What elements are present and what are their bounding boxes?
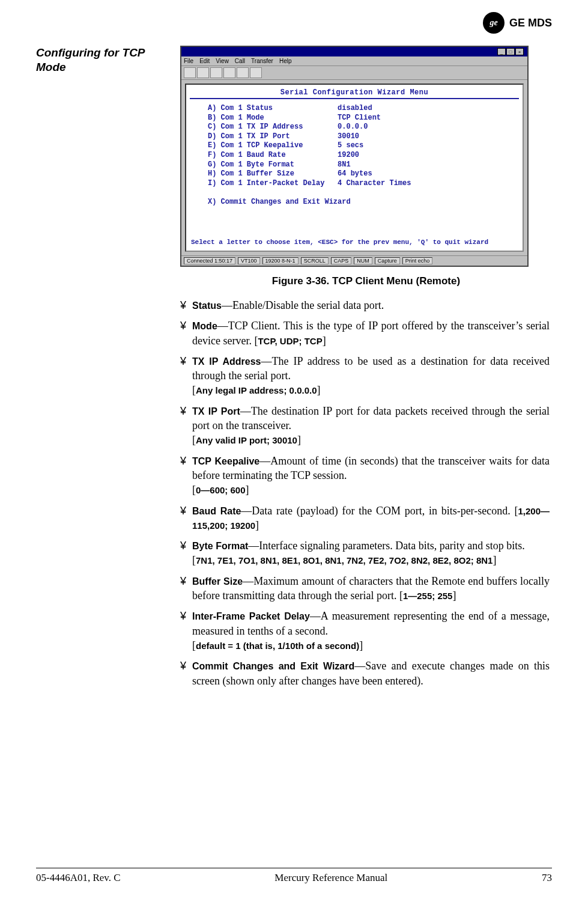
page: ge GE MDS Configuring for TCP Mode _ □ × <box>0 0 588 902</box>
status-cell: Print echo <box>402 257 433 264</box>
parameter-range: 7N1, 7E1, 7O1, 8N1, 8E1, 8O1, 8N1, 7N2, … <box>196 555 493 565</box>
status-cell: Capture <box>375 257 400 264</box>
bullet-marker: ¥ <box>180 609 186 623</box>
bullet-marker: ¥ <box>180 504 186 518</box>
status-cell: VT100 <box>238 257 260 264</box>
list-item: ¥Buffer Size—Maximum amount of character… <box>180 574 550 603</box>
section-heading: Configuring for TCP Mode <box>36 46 168 694</box>
parameter-name: Baud Rate <box>192 506 241 516</box>
parameter-range: 0—600; 600 <box>196 485 246 495</box>
list-item: ¥Byte Format—Interface signaling paramet… <box>180 538 550 568</box>
window-statusbar: Connected 1:50:17 VT100 19200 8-N-1 SCRO… <box>181 255 527 266</box>
parameter-name: TX IP Port <box>192 406 240 416</box>
terminal-window: _ □ × File Edit View Call Transfer Help <box>180 46 529 267</box>
close-icon[interactable]: × <box>515 48 524 55</box>
status-cell: Connected 1:50:17 <box>184 257 235 264</box>
bullet-marker: ¥ <box>180 354 186 368</box>
window-toolbar <box>181 66 527 80</box>
page-footer: 05-4446A01, Rev. C Mercury Reference Man… <box>36 868 552 884</box>
logo-text: GE MDS <box>509 17 552 29</box>
parameter-name: Mode <box>192 321 217 331</box>
list-item: ¥TX IP Port—The destination IP port for … <box>180 404 550 448</box>
list-item: ¥Baud Rate—Data rate (payload) for the C… <box>180 504 550 533</box>
parameter-name: Status <box>192 300 222 311</box>
bullet-marker: ¥ <box>180 298 186 312</box>
figure-caption: Figure 3-36. TCP Client Menu (Remote) <box>180 275 552 287</box>
status-cell: NUM <box>354 257 372 264</box>
bullet-marker: ¥ <box>180 404 186 418</box>
ge-monogram-icon: ge <box>483 12 505 34</box>
logo: ge GE MDS <box>483 12 552 34</box>
toolbar-button[interactable] <box>250 67 262 78</box>
parameter-description: —Interface signaling parameters. Data bi… <box>248 540 524 552</box>
page-header: ge GE MDS <box>36 12 552 34</box>
list-item: ¥Commit Changes and Exit Wizard—Save and… <box>180 659 550 688</box>
footer-manual-title: Mercury Reference Manual <box>274 872 387 884</box>
footer-docid: 05-4446A01, Rev. C <box>36 872 121 884</box>
parameter-list: ¥Status—Enable/Disable the serial data p… <box>180 298 552 688</box>
parameter-description: —The destination IP port for data packet… <box>192 405 550 431</box>
bullet-marker: ¥ <box>180 454 186 468</box>
parameter-description: —Enable/Disable the serial data port. <box>222 299 384 311</box>
menu-transfer[interactable]: Transfer <box>251 58 273 64</box>
parameter-name: TX IP Address <box>192 356 261 367</box>
menu-file[interactable]: File <box>184 58 193 64</box>
list-item: ¥TCP Keepalive—Amount of time (in second… <box>180 454 550 498</box>
toolbar-button[interactable] <box>210 67 222 78</box>
footer-page-number: 73 <box>542 872 552 884</box>
terminal-footer-hint: Select a letter to choose item, <ESC> fo… <box>191 239 518 246</box>
toolbar-button[interactable] <box>184 67 196 78</box>
parameter-name: Inter-Frame Packet Delay <box>192 611 310 621</box>
maximize-icon[interactable]: □ <box>506 48 515 55</box>
toolbar-button[interactable] <box>237 67 249 78</box>
terminal-menu-title: Serial Configuration Wizard Menu <box>190 88 519 97</box>
parameter-name: Buffer Size <box>192 576 243 587</box>
main-column: _ □ × File Edit View Call Transfer Help <box>180 46 552 694</box>
menu-edit[interactable]: Edit <box>199 58 210 64</box>
terminal-screen: Serial Configuration Wizard Menu A) Com … <box>185 84 524 252</box>
bullet-marker: ¥ <box>180 659 186 673</box>
menu-help[interactable]: Help <box>279 58 292 64</box>
list-item: ¥Inter-Frame Packet Delay—A measurement … <box>180 609 550 653</box>
list-item: ¥Status—Enable/Disable the serial data p… <box>180 298 550 312</box>
parameter-range: Any legal IP address; 0.0.0.0 <box>196 385 317 395</box>
parameter-range: TCP, UDP; TCP <box>258 336 322 346</box>
toolbar-button[interactable] <box>223 67 235 78</box>
parameter-range: 1—255; 255 <box>403 591 453 601</box>
menu-call[interactable]: Call <box>235 58 245 64</box>
minimize-icon[interactable]: _ <box>497 48 506 55</box>
window-menubar: File Edit View Call Transfer Help <box>181 56 527 66</box>
bullet-marker: ¥ <box>180 538 186 553</box>
bullet-marker: ¥ <box>180 574 186 588</box>
list-item: ¥TX IP Address—The IP address to be used… <box>180 354 550 398</box>
terminal-menu-list: A) Com 1 Status disabled B) Com 1 Mode T… <box>208 104 519 207</box>
bullet-marker: ¥ <box>180 318 186 333</box>
parameter-description: —Maximum amount of characters that the R… <box>192 575 550 602</box>
parameter-range: Any valid IP port; 30010 <box>196 435 297 445</box>
status-cell: SCROLL <box>301 257 329 264</box>
status-cell: 19200 8-N-1 <box>262 257 299 264</box>
parameter-description: —TCP Client. This is the type of IP port… <box>192 320 550 346</box>
menu-view[interactable]: View <box>216 58 229 64</box>
parameter-range: default = 1 (that is, 1/10th of a second… <box>196 641 359 651</box>
toolbar-button[interactable] <box>197 67 209 78</box>
parameter-name: Byte Format <box>192 541 248 551</box>
window-titlebar: _ □ × <box>181 47 527 56</box>
status-cell: CAPS <box>331 257 352 264</box>
list-item: ¥Mode—TCP Client. This is the type of IP… <box>180 318 550 348</box>
parameter-name: TCP Keepalive <box>192 456 259 466</box>
parameter-description: —Data rate (payload) for the COM port, i… <box>241 505 518 517</box>
parameter-name: Commit Changes and Exit Wizard <box>192 661 354 671</box>
